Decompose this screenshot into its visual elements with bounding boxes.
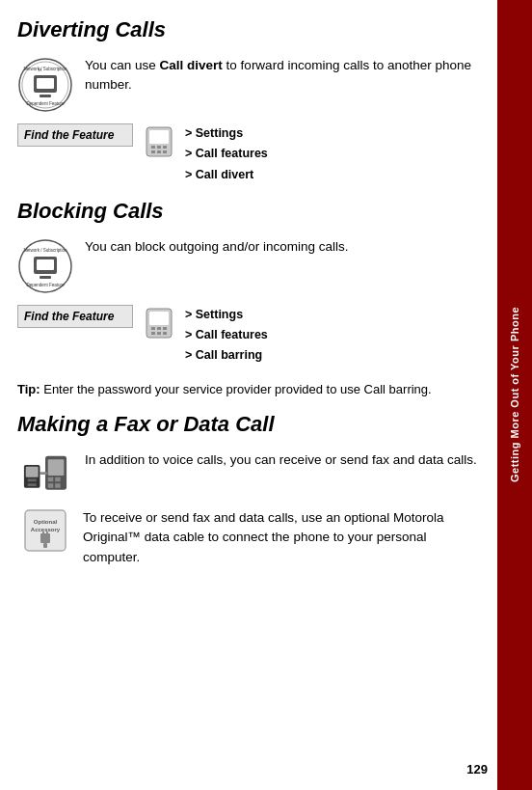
svg-rect-14: [163, 150, 167, 153]
optional-accessory-icon: Optional Accessory: [17, 508, 73, 553]
blocking-calls-row: Network / Subscription Dependent Feature…: [17, 237, 478, 293]
svg-text:Dependent  Feature: Dependent Feature: [27, 283, 65, 287]
svg-rect-2: [37, 78, 54, 89]
svg-rect-37: [26, 467, 39, 477]
svg-rect-3: [40, 95, 51, 97]
svg-rect-10: [157, 146, 161, 149]
blocking-calls-body: You can block outgoing and/or incoming c…: [85, 237, 348, 257]
network-badge-icon-2: Network / Subscription Dependent Feature: [17, 237, 73, 293]
diverting-calls-body: You can use Call divert to forward incom…: [85, 56, 478, 95]
fax-row: In addition to voice calls, you can rece…: [17, 450, 478, 497]
svg-text:Network / Subscription: Network / Subscription: [23, 67, 67, 71]
svg-rect-12: [151, 150, 155, 153]
svg-rect-34: [55, 483, 61, 488]
fax-title: Making a Fax or Data Call: [17, 412, 478, 437]
svg-rect-33: [48, 483, 54, 488]
svg-rect-24: [157, 327, 161, 330]
main-content: Diverting Calls N Network / Subscription…: [0, 0, 497, 790]
svg-rect-27: [157, 332, 161, 335]
svg-text:Network / Subscription: Network / Subscription: [23, 248, 67, 253]
optional-row: Optional Accessory To receive or send fa…: [17, 508, 478, 567]
svg-rect-46: [46, 531, 48, 535]
fax-body: In addition to voice calls, you can rece…: [85, 450, 477, 470]
svg-rect-13: [157, 150, 161, 153]
find-feature-divert: Find the Feature > Settings > Call featu…: [17, 123, 478, 185]
diverting-calls-row: N Network / Subscription Dependent Featu…: [17, 56, 478, 112]
svg-rect-8: [149, 130, 169, 144]
menu-path-divert: > Settings > Call features > Call divert: [185, 123, 268, 185]
right-sidebar: Getting More Out of Your Phone: [497, 0, 532, 790]
svg-text:Accessory: Accessory: [31, 527, 61, 532]
svg-rect-44: [43, 543, 47, 548]
diverting-calls-title: Diverting Calls: [17, 17, 478, 42]
network-badge-icon: N Network / Subscription Dependent Featu…: [17, 56, 73, 112]
svg-rect-43: [40, 533, 50, 543]
sidebar-label: Getting More Out of Your Phone: [509, 307, 520, 482]
svg-rect-18: [40, 276, 51, 279]
svg-rect-31: [48, 477, 54, 482]
page-number: 129: [466, 762, 488, 776]
svg-rect-35: [40, 472, 46, 475]
svg-rect-25: [163, 327, 167, 330]
svg-rect-28: [163, 332, 167, 335]
fax-phone-icon: [17, 450, 73, 497]
svg-rect-30: [48, 459, 65, 476]
svg-rect-39: [28, 483, 37, 486]
tip-text: Tip: Enter the password your service pro…: [17, 380, 478, 399]
menu-path-barring: > Settings > Call features > Call barrin…: [185, 305, 268, 367]
svg-rect-23: [151, 327, 155, 330]
find-feature-label-2: Find the Feature: [17, 305, 133, 328]
page-container: Getting More Out of Your Phone Diverting…: [0, 0, 532, 790]
menu-icon-1: [141, 123, 177, 158]
svg-rect-38: [28, 479, 37, 482]
svg-rect-26: [151, 332, 155, 335]
svg-rect-22: [149, 312, 169, 325]
svg-text:Dependent  Feature: Dependent Feature: [27, 101, 65, 106]
blocking-calls-title: Blocking Calls: [17, 199, 478, 224]
find-feature-barring: Find the Feature > Settings > Call featu…: [17, 305, 478, 367]
svg-text:Optional: Optional: [34, 519, 58, 525]
svg-rect-9: [151, 146, 155, 149]
menu-icon-2: [141, 305, 177, 340]
optional-text: To receive or send fax and data calls, u…: [83, 508, 478, 567]
svg-rect-17: [37, 259, 54, 270]
svg-rect-45: [42, 531, 44, 535]
svg-rect-32: [55, 477, 61, 482]
find-feature-label-1: Find the Feature: [17, 123, 133, 147]
svg-rect-11: [163, 146, 167, 149]
